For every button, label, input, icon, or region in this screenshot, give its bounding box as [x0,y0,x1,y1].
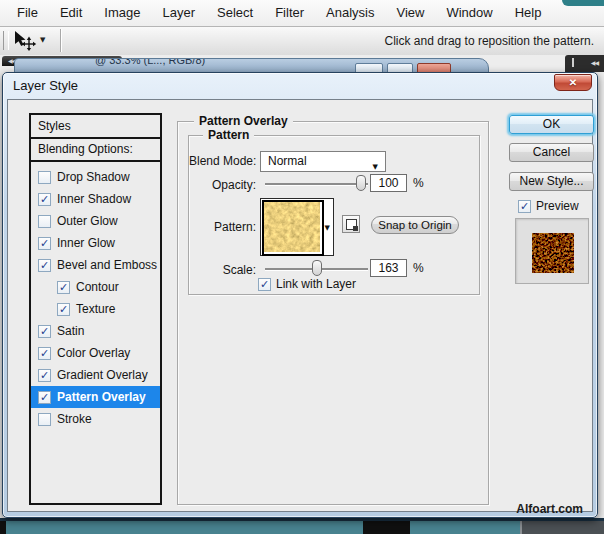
bg-segment [363,521,410,534]
pattern-overlay-group: Pattern Overlay Pattern Blend Mode: Norm… [177,121,489,505]
ok-button[interactable]: OK [509,115,594,134]
style-item-checkbox[interactable] [38,413,51,426]
move-tool-icon[interactable] [14,31,38,55]
style-item-checkbox[interactable]: ✓ [57,303,70,316]
restore-button[interactable] [387,63,413,72]
menu-edit[interactable]: Edit [49,0,93,26]
style-item-checkbox[interactable]: ✓ [38,325,51,338]
style-item-checkbox[interactable]: ✓ [38,237,51,250]
blend-mode-value: Normal [268,154,307,168]
pattern-group: Pattern Blend Mode: Normal ▼ Opacity: 10… [188,135,480,295]
dialog-body: Styles Blending Options: Custom Drop Sha… [7,99,593,512]
opacity-label: Opacity: [189,178,256,192]
style-item-label: Drop Shadow [57,170,130,184]
style-item-checkbox[interactable]: ✓ [38,347,51,360]
style-item-texture[interactable]: ✓Texture [31,298,160,320]
screenshot-root: FileEditImageLayerSelectFilterAnalysisVi… [0,0,604,534]
style-item-inner-shadow[interactable]: ✓Inner Shadow [31,188,160,210]
blend-mode-select[interactable]: Normal ▼ [260,151,386,172]
pattern-picker-arrow-icon[interactable]: ▼ [325,224,330,232]
style-item-label: Satin [57,324,84,338]
style-item-label: Gradient Overlay [57,368,148,382]
opacity-slider-thumb[interactable] [356,175,366,191]
preview-row[interactable]: ✓ Preview [518,199,579,213]
cancel-button[interactable]: Cancel [509,143,594,162]
styles-header: Styles [29,113,162,139]
document-title-text: @ 33.3% (L..., RGB/8) [95,58,205,66]
dock-handle [572,58,574,67]
document-close-button[interactable] [417,63,451,72]
toolbar-separator [60,29,62,52]
style-item-bevel-and-emboss[interactable]: ✓Bevel and Emboss [31,254,160,276]
scale-input[interactable]: 163 [370,259,407,277]
opacity-slider-track[interactable] [265,183,368,186]
menu-help[interactable]: Help [504,0,553,26]
style-item-checkbox[interactable]: ✓ [38,193,51,206]
collapse-dock-icon[interactable]: ◀◀ [591,59,598,66]
style-preview-thumbnail [532,233,574,273]
minimize-button[interactable] [355,63,383,72]
opacity-input[interactable]: 100 [370,174,407,192]
layer-style-dialog: Layer Style ✕ Styles Blending Options: C… [2,72,598,518]
menu-file[interactable]: File [6,0,49,26]
style-item-pattern-overlay[interactable]: ✓Pattern Overlay [31,386,160,408]
link-with-layer-checkbox[interactable]: ✓ [258,278,271,291]
menu-filter[interactable]: Filter [264,0,315,26]
watermark-text: Alfoart.com [516,502,583,516]
style-item-checkbox[interactable]: ✓ [38,391,51,404]
inner-group-title: Pattern [203,128,254,142]
style-item-satin[interactable]: ✓Satin [31,320,160,342]
new-pattern-button[interactable] [342,215,360,233]
pattern-picker[interactable]: ▼ [260,198,334,256]
desktop-corner [562,0,604,6]
style-item-drop-shadow[interactable]: Drop Shadow [31,166,160,188]
options-bar: ▼ Click and drag to reposition the patte… [0,27,604,56]
scale-slider-thumb[interactable] [312,260,322,276]
menu-image[interactable]: Image [93,0,151,26]
style-preview-box [515,218,589,284]
style-item-label: Stroke [57,412,92,426]
style-item-label: Texture [76,302,115,316]
style-item-contour[interactable]: ✓Contour [31,276,160,298]
blending-options-item[interactable]: Blending Options: Custom [29,137,162,162]
style-item-color-overlay[interactable]: ✓Color Overlay [31,342,160,364]
opacity-unit: % [413,176,424,190]
style-item-label: Pattern Overlay [57,390,146,404]
dialog-title: Layer Style [13,78,78,93]
dialog-close-button[interactable]: ✕ [554,74,592,91]
style-item-checkbox[interactable] [38,215,51,228]
styles-list: Drop Shadow✓Inner ShadowOuter Glow✓Inner… [29,160,162,505]
link-with-layer-label: Link with Layer [276,277,356,291]
style-item-label: Color Overlay [57,346,130,360]
style-item-checkbox[interactable]: ✓ [38,369,51,382]
background-windows: ◀◀ @ 33.3% (L..., RGB/8) ◀◀ [0,55,604,72]
style-item-checkbox[interactable]: ✓ [38,259,51,272]
menu-window[interactable]: Window [435,0,503,26]
scale-unit: % [413,261,424,275]
style-item-label: Bevel and Emboss [57,258,157,272]
style-item-checkbox[interactable] [38,171,51,184]
menu-bar: FileEditImageLayerSelectFilterAnalysisVi… [0,0,604,27]
style-item-outer-glow[interactable]: Outer Glow [31,210,160,232]
background-bottom [0,518,604,534]
style-item-gradient-overlay[interactable]: ✓Gradient Overlay [31,364,160,386]
style-item-label: Contour [76,280,119,294]
menu-layer[interactable]: Layer [152,0,207,26]
style-item-checkbox[interactable]: ✓ [57,281,70,294]
style-item-inner-glow[interactable]: ✓Inner Glow [31,232,160,254]
options-hint-text: Click and drag to reposition the pattern… [385,27,594,55]
blend-mode-label: Blend Mode: [189,154,256,168]
menu-analysis[interactable]: Analysis [315,0,385,26]
style-item-stroke[interactable]: Stroke [31,408,160,430]
preview-checkbox[interactable]: ✓ [518,200,531,213]
snap-to-origin-button[interactable]: Snap to Origin [371,216,459,234]
toolbar-grip [3,31,9,50]
menu-view[interactable]: View [385,0,435,26]
link-with-layer-row[interactable]: ✓ Link with Layer [258,277,356,291]
menu-select[interactable]: Select [206,0,264,26]
new-style-button[interactable]: New Style... [509,172,594,191]
tool-preset-caret-icon[interactable]: ▼ [40,36,45,44]
style-item-label: Inner Shadow [57,192,131,206]
pattern-thumbnail[interactable] [262,200,324,256]
dialog-shadow [0,518,604,521]
